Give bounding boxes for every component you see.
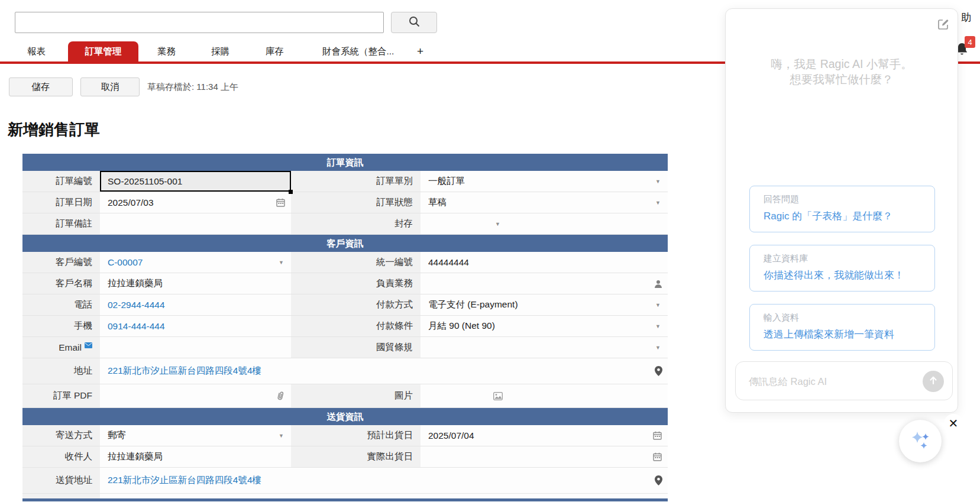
mobile-link[interactable]: 0914-444-444 <box>108 321 165 332</box>
calendar-icon[interactable] <box>276 198 285 207</box>
tab-finance-system[interactable]: 財會系統（整合... <box>322 41 394 61</box>
new-chat-icon[interactable] <box>937 18 949 33</box>
chevron-down-icon[interactable]: ▼ <box>655 302 661 308</box>
image-icon[interactable] <box>493 392 503 400</box>
ai-greeting: 嗨，我是 Ragic AI 小幫手。 想要我幫忙做什麼？ <box>726 56 958 87</box>
table-row: 訂單日期 2025/07/03 訂單狀態 草稿▼ <box>22 192 668 213</box>
customer-no-field[interactable]: C-00007▼ <box>100 252 291 273</box>
table-row: 客戶名稱 拉拉連鎖藥局 負責業務 <box>22 273 668 294</box>
calendar-icon[interactable] <box>653 431 662 440</box>
sparkles-icon <box>907 427 933 455</box>
chevron-down-icon[interactable]: ▼ <box>655 323 661 329</box>
order-type-field[interactable]: 一般訂單▼ <box>421 171 668 192</box>
chevron-down-icon[interactable]: ▼ <box>279 260 284 265</box>
chevron-down-icon[interactable]: ▼ <box>655 200 661 206</box>
suggestion-link[interactable]: 你描述得出來，我就能做出來！ <box>764 268 904 282</box>
save-button[interactable]: 儲存 <box>9 77 73 96</box>
order-status-field[interactable]: 草稿▼ <box>421 192 668 213</box>
email-icon <box>85 340 92 351</box>
tab-purchasing[interactable]: 採購 <box>211 41 229 61</box>
phone-field[interactable]: 02-2944-4444 <box>100 294 291 315</box>
order-no-field[interactable]: SO-20251105-001 <box>100 171 291 192</box>
ai-assistant-fab[interactable] <box>899 420 942 462</box>
tab-order-management[interactable]: 訂單管理 <box>68 41 138 61</box>
sales-rep-label: 負責業務 <box>291 273 421 294</box>
calendar-icon[interactable] <box>653 452 662 461</box>
table-row: 訂單編號 SO-20251105-001 訂單單別 一般訂單▼ <box>22 171 668 192</box>
order-note-field[interactable] <box>100 213 291 234</box>
table-row: 寄送方式 郵寄▼ 預計出貨日 2025/07/04 <box>22 425 668 446</box>
address-field[interactable]: 221新北市汐止區新台四路四段4號4樓 <box>100 358 668 384</box>
payment-terms-field[interactable]: 月結 90 (Net 90)▼ <box>421 316 668 336</box>
actual-ship-date-field[interactable] <box>421 446 668 467</box>
person-icon[interactable] <box>654 279 663 289</box>
draft-saved-text: 草稿存檔於: 11:34 上午 <box>147 77 238 96</box>
recipient-field[interactable]: 拉拉連鎖藥局 <box>100 446 291 467</box>
ship-method-label: 寄送方式 <box>22 425 100 446</box>
suggestion-label: 建立資料庫 <box>764 253 808 264</box>
mobile-field[interactable]: 0914-444-444 <box>100 316 291 336</box>
payment-method-field[interactable]: 電子支付 (E-payment)▼ <box>421 294 668 315</box>
map-pin-icon[interactable] <box>655 366 662 376</box>
archive-field[interactable]: ▼ <box>421 213 668 234</box>
page-title: 新增銷售訂單 <box>8 119 100 140</box>
order-status-label: 訂單狀態 <box>291 192 421 213</box>
address-link[interactable]: 221新北市汐止區新台四路四段4號4樓 <box>108 365 261 377</box>
ai-greeting-line1: 嗨，我是 Ragic AI 小幫手。 <box>726 56 958 72</box>
ship-method-value: 郵寄 <box>108 429 126 442</box>
add-tab-button[interactable]: + <box>417 41 423 61</box>
customer-name-field[interactable]: 拉拉連鎖藥局 <box>100 273 291 294</box>
table-row <box>22 494 668 498</box>
payment-terms-label: 付款條件 <box>291 316 421 336</box>
arrow-up-icon <box>929 375 938 387</box>
tab-reports[interactable]: 報表 <box>27 41 46 61</box>
ai-suggestion-enter-data[interactable]: 輸入資料 透過上傳檔案來新增一筆資料 <box>749 304 935 351</box>
order-status-value: 草稿 <box>428 196 447 209</box>
address-label: 地址 <box>22 358 100 384</box>
suggestion-link[interactable]: 透過上傳檔案來新增一筆資料 <box>764 328 894 341</box>
cancel-button[interactable]: 取消 <box>80 77 140 96</box>
field-label-partial <box>22 494 100 498</box>
order-no-label: 訂單編號 <box>22 171 100 192</box>
image-field[interactable] <box>421 384 668 407</box>
order-date-value: 2025/07/03 <box>108 197 154 208</box>
actual-ship-date-label: 實際出貨日 <box>291 446 421 467</box>
email-field[interactable] <box>100 337 291 358</box>
chevron-down-icon[interactable]: ▼ <box>279 433 284 439</box>
tax-id-label: 統一編號 <box>291 252 421 273</box>
ai-message-input[interactable]: 傳訊息給 Ragic AI <box>735 361 953 400</box>
cell-resize-handle[interactable] <box>289 190 293 194</box>
search-input[interactable] <box>15 12 384 33</box>
chevron-down-icon[interactable]: ▼ <box>495 221 500 227</box>
search-button[interactable] <box>391 12 437 33</box>
send-button[interactable] <box>923 371 944 392</box>
suggestion-link[interactable]: Ragic 的「子表格」是什麼？ <box>764 209 892 223</box>
incoterms-field[interactable]: ▼ <box>421 337 668 358</box>
help-link[interactable]: 助 <box>961 11 971 24</box>
expected-ship-date-label: 預計出貨日 <box>291 425 421 446</box>
order-type-value: 一般訂單 <box>428 175 465 187</box>
table-row: 手機 0914-444-444 付款條件 月結 90 (Net 90)▼ <box>22 316 668 337</box>
sales-rep-field[interactable] <box>421 273 668 294</box>
phone-link[interactable]: 02-2944-4444 <box>108 300 165 310</box>
paperclip-icon[interactable] <box>276 391 285 401</box>
ship-address-field[interactable]: 221新北市汐止區新台四路四段4號4樓 <box>100 468 668 493</box>
ai-suggestion-create-database[interactable]: 建立資料庫 你描述得出來，我就能做出來！ <box>749 245 935 292</box>
close-fab-button[interactable]: ✕ <box>944 414 963 433</box>
chevron-down-icon[interactable]: ▼ <box>655 179 661 184</box>
tab-inventory[interactable]: 庫存 <box>266 41 284 61</box>
ship-address-link[interactable]: 221新北市汐止區新台四路四段4號4樓 <box>108 474 261 487</box>
tab-sales[interactable]: 業務 <box>157 41 176 61</box>
suggestion-label: 回答問題 <box>764 194 799 205</box>
tax-id-field[interactable]: 44444444 <box>421 252 668 273</box>
ship-method-field[interactable]: 郵寄▼ <box>100 425 291 446</box>
ai-suggestion-answer-question[interactable]: 回答問題 Ragic 的「子表格」是什麼？ <box>749 186 935 232</box>
map-pin-icon[interactable] <box>655 475 662 485</box>
order-date-field[interactable]: 2025/07/03 <box>100 192 291 213</box>
order-pdf-field[interactable] <box>100 384 291 407</box>
table-row: 訂單 PDF 圖片 <box>22 384 668 408</box>
payment-method-value: 電子支付 (E-payment) <box>428 299 518 311</box>
expected-ship-date-field[interactable]: 2025/07/04 <box>421 425 668 446</box>
customer-no-link[interactable]: C-00007 <box>108 257 143 268</box>
chevron-down-icon[interactable]: ▼ <box>655 345 661 351</box>
